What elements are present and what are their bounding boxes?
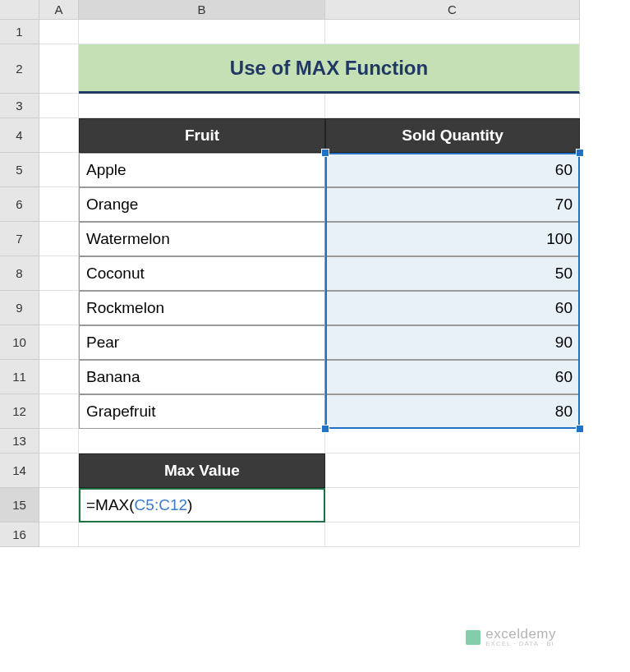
watermark-tag: EXCEL · DATA · BI [485, 641, 556, 647]
header-max-value: Max Value [79, 453, 325, 488]
cell-C14[interactable] [325, 453, 580, 488]
formula-range-ref: C5:C12 [135, 496, 187, 514]
cell-qty-12[interactable]: 80 [325, 394, 580, 429]
cell-A13[interactable] [39, 429, 79, 453]
cell-A6[interactable] [39, 187, 79, 222]
cell-B16[interactable] [79, 522, 325, 547]
watermark-brand: exceldemy [485, 627, 556, 641]
watermark: exceldemy EXCEL · DATA · BI [466, 627, 556, 647]
row-header-1[interactable]: 1 [0, 20, 39, 44]
cell-A2[interactable] [39, 44, 79, 94]
cell-fruit-10[interactable]: Pear [79, 325, 325, 360]
cell-C15[interactable] [325, 488, 580, 522]
cell-qty-7[interactable]: 100 [325, 222, 580, 256]
col-header-B[interactable]: B [79, 0, 325, 19]
row-header-3[interactable]: 3 [0, 94, 39, 118]
row-header-8[interactable]: 8 [0, 256, 39, 291]
row-header-5[interactable]: 5 [0, 153, 39, 187]
title-banner: Use of MAX Function [79, 44, 580, 94]
cell-fruit-6[interactable]: Orange [79, 187, 325, 222]
row-header-4[interactable]: 4 [0, 118, 39, 153]
cell-qty-10[interactable]: 90 [325, 325, 580, 360]
cell-A11[interactable] [39, 360, 79, 394]
row-header-15[interactable]: 15 [0, 488, 39, 522]
select-all-corner[interactable] [0, 0, 39, 19]
cell-B1[interactable] [79, 20, 325, 44]
cell-A4[interactable] [39, 118, 79, 153]
col-header-C[interactable]: C [325, 0, 580, 19]
cell-qty-11[interactable]: 60 [325, 360, 580, 394]
header-fruit: Fruit [79, 118, 325, 153]
cell-qty-5[interactable]: 60 [325, 153, 580, 187]
cell-C3[interactable] [325, 94, 580, 118]
watermark-logo-icon [466, 630, 481, 645]
cell-fruit-9[interactable]: Rockmelon [79, 291, 325, 325]
cell-B3[interactable] [79, 94, 325, 118]
cell-A7[interactable] [39, 222, 79, 256]
cell-A1[interactable] [39, 20, 79, 44]
cell-A9[interactable] [39, 291, 79, 325]
cell-fruit-11[interactable]: Banana [79, 360, 325, 394]
row-header-12[interactable]: 12 [0, 394, 39, 429]
header-qty: Sold Quantity [325, 118, 580, 153]
row-header-6[interactable]: 6 [0, 187, 39, 222]
row-header-13[interactable]: 13 [0, 429, 39, 453]
cell-A8[interactable] [39, 256, 79, 291]
column-headers: A B C [0, 0, 580, 20]
row-header-14[interactable]: 14 [0, 453, 39, 488]
cell-A14[interactable] [39, 453, 79, 488]
row-header-11[interactable]: 11 [0, 360, 39, 394]
cell-C1[interactable] [325, 20, 580, 44]
cell-qty-9[interactable]: 60 [325, 291, 580, 325]
cell-A3[interactable] [39, 94, 79, 118]
row-header-9[interactable]: 9 [0, 291, 39, 325]
cell-C13[interactable] [325, 429, 580, 453]
cell-formula-B15[interactable]: =MAX(C5:C12) [79, 488, 325, 522]
row-header-10[interactable]: 10 [0, 325, 39, 360]
cell-fruit-5[interactable]: Apple [79, 153, 325, 187]
cell-qty-6[interactable]: 70 [325, 187, 580, 222]
cell-fruit-12[interactable]: Grapefruit [79, 394, 325, 429]
cell-fruit-7[interactable]: Watermelon [79, 222, 325, 256]
cell-A15[interactable] [39, 488, 79, 522]
row-header-7[interactable]: 7 [0, 222, 39, 256]
cell-B13[interactable] [79, 429, 325, 453]
formula-prefix: =MAX( [86, 496, 135, 514]
cell-C16[interactable] [325, 522, 580, 547]
cell-A12[interactable] [39, 394, 79, 429]
cell-qty-8[interactable]: 50 [325, 256, 580, 291]
cell-A5[interactable] [39, 153, 79, 187]
row-header-16[interactable]: 16 [0, 522, 39, 547]
cell-A16[interactable] [39, 522, 79, 547]
col-header-A[interactable]: A [39, 0, 79, 19]
cell-A10[interactable] [39, 325, 79, 360]
cell-fruit-8[interactable]: Coconut [79, 256, 325, 291]
row-header-2[interactable]: 2 [0, 44, 39, 94]
formula-suffix: ) [187, 496, 192, 514]
